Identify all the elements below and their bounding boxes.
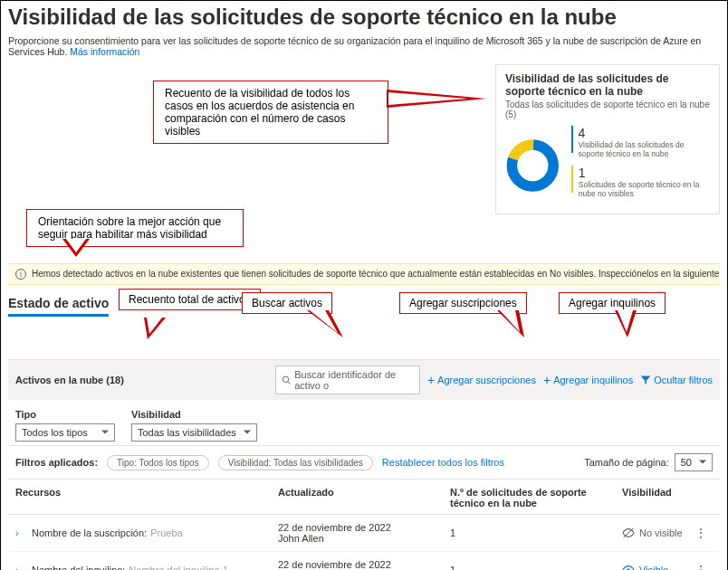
resource-value: Prueba [150, 527, 182, 538]
filter-visibility-select[interactable]: Todas las visibilidades [131, 423, 257, 442]
resource-value: Nombre del inquilino 1 [129, 565, 227, 570]
requests-cell: 1 [450, 527, 622, 538]
callout-tenants: Agregar inquilinos [559, 292, 666, 314]
page-size-label: Tamaño de página: [584, 457, 669, 468]
resource-label: Nombre del inquilino: [32, 565, 125, 570]
table-row: ›Nombre del inquilino:Nombre del inquili… [8, 552, 720, 570]
callout-count: Recuento total de activos [119, 289, 261, 310]
callout-guidance: Orientación sobre la mejor acción que se… [26, 209, 244, 247]
table-header: Recursos Actualizado N.º de solicitudes … [8, 480, 720, 515]
add-tenants-button[interactable]: +Agregar inquilinos [543, 374, 633, 386]
svg-marker-7 [147, 318, 162, 334]
filter-type-label: Tipo [15, 409, 115, 420]
col-requests[interactable]: N.º de solicitudes de soporte técnico en… [450, 487, 622, 508]
reset-filters-link[interactable]: Restablecer todos los filtros [382, 457, 504, 468]
visibility-toggle[interactable]: Visible [622, 564, 694, 570]
page-subtitle: Proporcione su consentimiento para ver l… [8, 35, 720, 57]
toolbar: Activos en la nube (18) Buscar identific… [8, 359, 720, 400]
visibility-toggle[interactable]: No visible [622, 527, 694, 539]
legend-visible-count: 4 [579, 126, 710, 140]
col-visibility[interactable]: Visibilidad [622, 487, 694, 508]
donut-title: Visibilidad de las solicitudes de soport… [505, 72, 710, 98]
chip-type[interactable]: Tipo: Todos los tipos [107, 455, 209, 470]
assets-count: Activos en la nube (18) [15, 375, 124, 385]
search-icon [282, 375, 291, 385]
donut-card: Visibilidad de las solicitudes de soport… [495, 64, 720, 214]
search-input[interactable]: Buscar identificador de activo o [275, 366, 420, 394]
resource-label: Nombre de la suscripción: [32, 527, 147, 538]
filter-visibility-label: Visibilidad [131, 409, 257, 420]
updated-cell: 22 de noviembre de 2022John Allen [278, 559, 450, 570]
legend-bar-visible [571, 126, 573, 153]
add-subscriptions-button[interactable]: +Agregar suscripciones [427, 374, 536, 386]
page-size-select[interactable]: 50 [675, 453, 713, 471]
requests-cell: 1 [450, 565, 622, 570]
filter-type-select[interactable]: Todos los tipos [15, 423, 115, 442]
updated-cell: 22 de noviembre de 2022John Allen [278, 522, 450, 544]
table-row: ›Nombre de la suscripción:Prueba22 de no… [8, 515, 720, 552]
info-bar: i Hemos detectado activos en la nube exi… [8, 263, 720, 285]
hide-filters-button[interactable]: Ocultar filtros [640, 375, 713, 385]
callout-donut: Recuento de la visibilidad de todos los … [153, 81, 388, 144]
legend-bar-notvisible [571, 166, 573, 193]
page-title: Visibilidad de las solicitudes de soport… [8, 5, 720, 30]
col-updated[interactable]: Actualizado [278, 487, 450, 508]
svg-marker-16 [641, 376, 651, 385]
row-menu-button[interactable]: ⋮ [694, 563, 707, 570]
info-icon: i [15, 269, 26, 280]
legend-visible-label: Visibilidad de las solicitudes de soport… [579, 140, 710, 158]
more-info-link[interactable]: Más información [70, 46, 139, 57]
legend-notvisible-count: 1 [579, 166, 710, 180]
donut-subtitle: Todas las solicitudes de soporte técnico… [505, 100, 710, 119]
applied-filters-label: Filtros aplicados: [15, 457, 98, 468]
donut-chart [505, 125, 560, 206]
col-resources[interactable]: Recursos [15, 487, 278, 508]
tab-asset-status[interactable]: Estado de activo [8, 296, 109, 317]
row-menu-button[interactable]: ⋮ [694, 526, 707, 540]
svg-point-14 [283, 376, 288, 382]
legend-notvisible-label: Solicitudes de soporte técnico en la nub… [579, 180, 710, 198]
plus-icon: + [543, 374, 551, 386]
chip-visibility[interactable]: Visibilidad: Todas las visibilidades [218, 455, 373, 470]
expand-icon[interactable]: › [15, 527, 24, 538]
plus-icon: + [427, 374, 435, 386]
svg-line-15 [288, 382, 291, 385]
svg-line-17 [624, 528, 634, 538]
filter-icon [640, 375, 651, 385]
expand-icon[interactable]: › [15, 565, 24, 570]
